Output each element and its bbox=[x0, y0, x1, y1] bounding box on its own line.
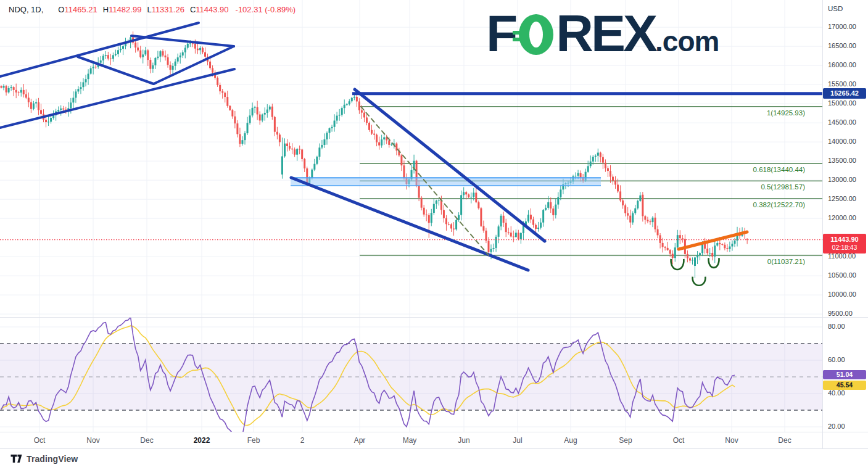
rsi-ma-value-badge: 45.54 bbox=[823, 381, 866, 390]
price-tick-label: 13000.00 bbox=[828, 176, 856, 183]
fib-level-label-1[interactable]: 1(14925.93) bbox=[767, 109, 805, 117]
forex-logo-f: F bbox=[486, 4, 515, 62]
rsi-tick-label: 60.00 bbox=[828, 356, 845, 363]
highlight-circle-2[interactable] bbox=[708, 258, 719, 268]
time-tick-label: Jun bbox=[458, 436, 469, 445]
rsi-band bbox=[0, 344, 822, 410]
last-price-value: 11443.90 bbox=[830, 236, 858, 243]
time-tick-label: Jul bbox=[513, 436, 522, 445]
highlight-circle-3[interactable] bbox=[693, 277, 706, 286]
time-axis-separator bbox=[0, 432, 868, 432]
price-tick-label: 14500.00 bbox=[828, 118, 856, 126]
supply-zone[interactable] bbox=[291, 178, 601, 186]
pane-separator[interactable] bbox=[0, 317, 868, 318]
last-price-badge: 11443.90 02:18:43 bbox=[823, 234, 866, 254]
ohlc-open: O11465.21 bbox=[58, 5, 97, 14]
price-axis-separator[interactable] bbox=[822, 0, 823, 448]
bar-countdown: 02:18:43 bbox=[823, 244, 866, 252]
time-tick-label: Oct bbox=[673, 436, 685, 445]
ohlc-high: H11482.99 bbox=[103, 5, 142, 14]
time-tick-label: Oct bbox=[34, 436, 46, 445]
price-tick-label: 10500.00 bbox=[828, 271, 856, 279]
price-tick-label: 17000.00 bbox=[828, 23, 856, 30]
chart-panel: NDQ, 1D,O11465.21H11482.99L11331.26C1144… bbox=[0, 0, 822, 448]
drawings-layer[interactable] bbox=[0, 23, 822, 286]
rsi-tick-label: 20.00 bbox=[828, 423, 845, 430]
ohlc-close: C11443.90 bbox=[190, 5, 229, 14]
price-tick-label: 16000.00 bbox=[828, 61, 856, 68]
time-tick-label: Apr bbox=[354, 436, 366, 445]
forex-logo-com: .com bbox=[655, 25, 719, 57]
time-tick-label: 2022 bbox=[194, 436, 210, 445]
fib-level-label-05[interactable]: 0.5(12981.57) bbox=[761, 183, 805, 191]
trendline-ascending-channel-lower[interactable] bbox=[0, 69, 234, 128]
level-price-badge: 15265.42 bbox=[823, 88, 866, 99]
symbol-title[interactable]: NDQ, 1D, bbox=[9, 5, 43, 14]
price-tick-label: 12500.00 bbox=[828, 195, 856, 202]
price-tick-label: 12000.00 bbox=[828, 214, 856, 221]
time-tick-label: 2 bbox=[300, 436, 305, 445]
symbol-header: NDQ, 1D,O11465.21H11482.99L11331.26C1144… bbox=[9, 5, 296, 14]
tradingview-mark-icon bbox=[10, 454, 22, 464]
rsi-tick-label: 40.00 bbox=[828, 389, 845, 397]
price-tick-label: 13500.00 bbox=[828, 157, 856, 164]
trendline-pennant-lower-left[interactable] bbox=[78, 57, 154, 84]
price-tick-label: 11000.00 bbox=[828, 252, 856, 260]
time-tick-label: Aug bbox=[564, 436, 577, 445]
change-readout: -102.31 (-0.89%) bbox=[236, 5, 296, 14]
app-root: NDQ, 1D,O11465.21H11482.99L11331.26C1144… bbox=[0, 0, 868, 470]
time-tick-label: Nov bbox=[725, 436, 738, 445]
time-tick-label: Sep bbox=[619, 436, 632, 445]
tradingview-logo[interactable]: TradingView bbox=[10, 454, 78, 464]
trendline-ascending-channel-upper[interactable] bbox=[0, 23, 199, 76]
forex-o-icon bbox=[519, 14, 553, 55]
time-axis[interactable]: OctNovDec2022Feb2AprMayJunJulAugSepOctNo… bbox=[0, 432, 822, 448]
fib-level-label-0[interactable]: 0(11037.21) bbox=[767, 258, 805, 265]
rsi-tick-label: 80.00 bbox=[828, 323, 845, 330]
tradingview-label: TradingView bbox=[27, 454, 78, 464]
currency-label: USD bbox=[828, 5, 843, 12]
time-tick-label: Dec bbox=[778, 436, 791, 445]
price-tick-label: 16500.00 bbox=[828, 42, 856, 49]
trendline-rising-support[interactable] bbox=[679, 232, 747, 249]
chart-bottom-border bbox=[0, 448, 868, 449]
price-tick-label: 15000.00 bbox=[828, 99, 856, 107]
rsi-value-badge: 51.04 bbox=[823, 370, 866, 379]
price-chart-canvas[interactable] bbox=[0, 0, 822, 448]
time-tick-label: Nov bbox=[86, 436, 99, 445]
price-tick-label: 14000.00 bbox=[828, 138, 856, 145]
fib-level-label-0382[interactable]: 0.382(12522.70) bbox=[753, 201, 805, 208]
ohlc-low: L11331.26 bbox=[147, 5, 184, 14]
fib-level-label-0618[interactable]: 0.618(13440.44) bbox=[753, 166, 805, 173]
price-tick-label: 15500.00 bbox=[828, 80, 856, 88]
time-tick-label: May bbox=[403, 436, 417, 445]
forex-watermark: FREX.com bbox=[486, 9, 719, 58]
price-tick-label: 9500.00 bbox=[828, 310, 853, 317]
forex-logo-rex: REX bbox=[556, 4, 655, 62]
time-tick-label: Feb bbox=[247, 436, 260, 445]
price-tick-label: 10000.00 bbox=[828, 291, 856, 298]
price-axis[interactable]: USD 15265.42 11443.90 02:18:43 51.04 45.… bbox=[822, 0, 868, 448]
time-tick-label: Dec bbox=[140, 436, 153, 445]
